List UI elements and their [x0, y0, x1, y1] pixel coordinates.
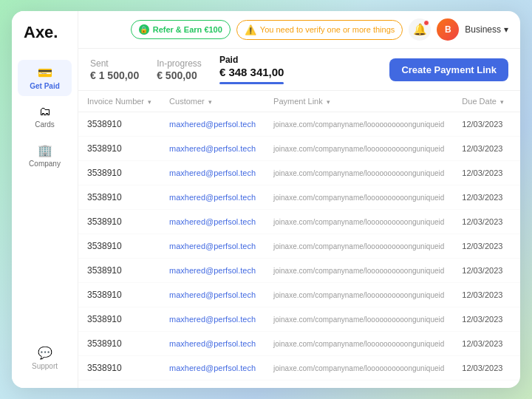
customer-link[interactable]: maxhered@perfsol.tech [169, 364, 256, 372]
payment-link-cell: joinaxe.com/companyname/loooooooooonguni… [265, 112, 453, 137]
due-date-cell: 12/03/2023 [453, 332, 513, 356]
table-row: 3538910 maxhered@perfsol.tech joinaxe.co… [78, 137, 520, 161]
customer-link[interactable]: maxhered@perfsol.tech [169, 315, 256, 324]
payment-link-cell: joinaxe.com/companyname/loooooooooonguni… [265, 356, 453, 381]
customer-cell[interactable]: maxhered@perfsol.tech [160, 137, 265, 161]
due-date-cell: 12/03/2023 [453, 307, 513, 332]
refer-earn-label: Refer & Earn €100 [153, 25, 222, 34]
due-date-cell: 12/03/2023 [453, 259, 513, 283]
customer-cell[interactable]: maxhered@perfsol.tech [160, 307, 265, 332]
amount-cell: $ 500,00 [513, 137, 520, 161]
table-row: 3538910 maxhered@perfsol.tech joinaxe.co… [78, 210, 520, 234]
invoice-number: 3538910 [78, 210, 160, 234]
due-date-cell: 12/03/2023 [453, 185, 513, 210]
sidebar-label-cards: Cards [35, 120, 55, 129]
notifications-button[interactable]: 🔔 [409, 18, 431, 41]
payment-link-cell: joinaxe.com/companyname/loooooooooonguni… [265, 381, 453, 389]
tab-sent[interactable]: Sent € 1 500,00 [90, 58, 139, 81]
amount-cell: € 500,00 [513, 161, 520, 185]
col-invoice-number: Invoice Number ▾ [78, 91, 160, 112]
table-row: 3538910 maxhered@perfsol.tech joinaxe.co… [78, 356, 520, 381]
customer-cell[interactable]: maxhered@perfsol.tech [160, 112, 265, 137]
main-content: 🔒 Refer & Earn €100 ⚠️ You need to verif… [78, 11, 520, 388]
customer-cell[interactable]: maxhered@perfsol.tech [160, 161, 265, 185]
table-row: 3538910 maxhered@perfsol.tech joinaxe.co… [78, 283, 520, 307]
invoice-number: 3538910 [78, 381, 160, 389]
customer-cell[interactable]: maxhered@perfsol.tech [160, 185, 265, 210]
sidebar-support[interactable]: 💬 Support [12, 340, 78, 376]
invoice-number: 3538910 [78, 137, 160, 161]
amount-cell: ₱ 500,00 [513, 332, 520, 356]
sidebar-item-get-paid[interactable]: 💳 Get Paid [18, 60, 72, 96]
customer-cell[interactable]: maxhered@perfsol.tech [160, 381, 265, 389]
tab-paid-label: Paid [219, 55, 238, 65]
table-row: 3538910 maxhered@perfsol.tech joinaxe.co… [78, 185, 520, 210]
customer-cell[interactable]: maxhered@perfsol.tech [160, 332, 265, 356]
tab-in-progress-label: In-progress [157, 58, 202, 69]
customer-link[interactable]: maxhered@perfsol.tech [169, 120, 256, 129]
amount-cell: ¥ 500,00 [513, 185, 520, 210]
invoice-number: 3538910 [78, 185, 160, 210]
payment-link-cell: joinaxe.com/companyname/loooooooooonguni… [265, 161, 453, 185]
due-date-cell: 12/03/2023 [453, 234, 513, 259]
tab-active-underline [219, 82, 284, 84]
cards-icon: 🗂 [39, 105, 51, 118]
sidebar-item-company[interactable]: 🏢 Company [18, 137, 72, 174]
customer-link[interactable]: maxhered@perfsol.tech [169, 168, 256, 177]
support-label: Support [32, 362, 58, 370]
create-payment-link-button[interactable]: Create Payment Link [389, 58, 508, 81]
app-logo: Axe. [12, 23, 78, 60]
customer-link[interactable]: maxhered@perfsol.tech [169, 193, 256, 202]
customer-link[interactable]: maxhered@perfsol.tech [169, 266, 256, 275]
due-date-cell: 12/03/2023 [453, 210, 513, 234]
sidebar-label-get-paid: Get Paid [30, 82, 60, 90]
refer-earn-button[interactable]: 🔒 Refer & Earn €100 [131, 20, 231, 39]
amount-cell: R$ 500,00 [513, 283, 520, 307]
invoice-number: 3538910 [78, 234, 160, 259]
table-row: 3538910 maxhered@perfsol.tech joinaxe.co… [78, 161, 520, 185]
tab-in-progress[interactable]: In-progress € 500,00 [157, 58, 202, 81]
company-icon: 🏢 [38, 143, 52, 157]
table-body: 3538910 maxhered@perfsol.tech joinaxe.co… [78, 112, 520, 389]
due-date-cell: 12/03/2023 [453, 137, 513, 161]
tab-paid[interactable]: Paid € 348 341,00 [219, 55, 284, 84]
customer-cell[interactable]: maxhered@perfsol.tech [160, 234, 265, 259]
verify-text: You need to verify one or more things [260, 25, 395, 34]
chevron-down-icon: ▾ [504, 24, 508, 35]
amount-cell: ₦ 500,00 [513, 381, 520, 389]
customer-cell[interactable]: maxhered@perfsol.tech [160, 356, 265, 381]
invoice-number: 3538910 [78, 356, 160, 381]
amount-cell: F 500,00 [513, 307, 520, 332]
tabs-row: Sent € 1 500,00 In-progress € 500,00 Pai… [78, 49, 520, 91]
due-date-cell: 12/03/2023 [453, 161, 513, 185]
amount-cell: ₩ 500,00 [513, 259, 520, 283]
payment-link-cell: joinaxe.com/companyname/loooooooooonguni… [265, 137, 453, 161]
customer-cell[interactable]: maxhered@perfsol.tech [160, 210, 265, 234]
invoices-table-container: Invoice Number ▾ Customer ▾ Payment Link… [78, 91, 520, 388]
tab-in-progress-amount: € 500,00 [157, 69, 197, 81]
payment-link-cell: joinaxe.com/companyname/loooooooooonguni… [265, 307, 453, 332]
amount-cell: ₹ 500,00 [513, 210, 520, 234]
due-date-cell: 12/03/2023 [453, 356, 513, 381]
customer-link[interactable]: maxhered@perfsol.tech [169, 217, 256, 226]
customer-cell[interactable]: maxhered@perfsol.tech [160, 259, 265, 283]
warning-icon: ⚠️ [245, 24, 256, 35]
business-label: Business [465, 24, 501, 35]
due-date-cell: 12/03/2023 [453, 381, 513, 389]
payment-link-cell: joinaxe.com/companyname/loooooooooonguni… [265, 185, 453, 210]
support-icon: 💬 [38, 346, 52, 360]
business-dropdown[interactable]: Business ▾ [465, 24, 508, 35]
refer-icon: 🔒 [139, 24, 149, 35]
verify-warning[interactable]: ⚠️ You need to verify one or more things [236, 20, 403, 40]
tab-paid-amount: € 348 341,00 [219, 66, 284, 78]
payment-link-cell: joinaxe.com/companyname/loooooooooonguni… [265, 259, 453, 283]
col-total-amount: Total Amount ▾ [513, 91, 520, 112]
customer-link[interactable]: maxhered@perfsol.tech [169, 290, 256, 299]
customer-link[interactable]: maxhered@perfsol.tech [169, 242, 256, 250]
sidebar-nav: 💳 Get Paid 🗂 Cards 🏢 Company [12, 60, 78, 340]
sidebar-item-cards[interactable]: 🗂 Cards [18, 99, 72, 134]
table-row: 3538910 maxhered@perfsol.tech joinaxe.co… [78, 307, 520, 332]
customer-link[interactable]: maxhered@perfsol.tech [169, 144, 256, 153]
customer-cell[interactable]: maxhered@perfsol.tech [160, 283, 265, 307]
customer-link[interactable]: maxhered@perfsol.tech [169, 339, 256, 348]
